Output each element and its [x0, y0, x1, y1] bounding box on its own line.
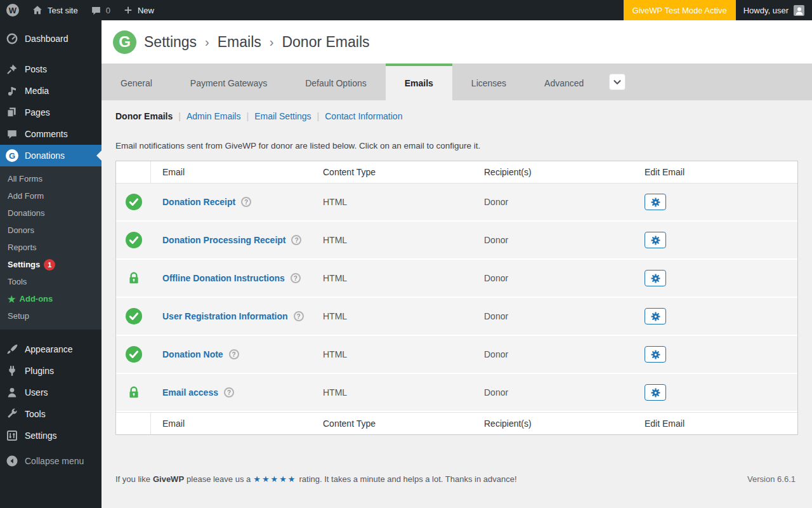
- table-row: Donation Note ? HTML Donor: [116, 336, 797, 374]
- tab-payment-gateways[interactable]: Payment Gateways: [171, 64, 286, 100]
- sidebar-item-label: Donations: [25, 150, 65, 161]
- recipients-value: Donor: [473, 197, 633, 207]
- footer-text-prefix: If you like: [115, 474, 150, 484]
- submenu-item-donors[interactable]: Donors: [0, 222, 102, 239]
- pages-icon: [6, 106, 18, 119]
- more-tabs-button[interactable]: [609, 74, 625, 90]
- paintbrush-icon: [6, 343, 18, 356]
- sidebar-item-settings[interactable]: Settings: [0, 425, 102, 446]
- edit-email-button[interactable]: [645, 308, 666, 324]
- edit-email-button[interactable]: [645, 346, 666, 363]
- table-row: User Registration Information ? HTML Don…: [116, 298, 797, 336]
- comment-bubble-icon: [91, 5, 102, 16]
- help-icon[interactable]: ?: [291, 273, 301, 283]
- sidebar-item-media[interactable]: Media: [0, 80, 102, 102]
- plus-icon: [123, 5, 133, 15]
- tab-emails[interactable]: Emails: [386, 64, 452, 100]
- submenu-label: Donors: [8, 225, 34, 235]
- tab-default-options[interactable]: Default Options: [286, 64, 386, 100]
- header-status-column: [116, 161, 151, 183]
- subnav-admin-emails[interactable]: Admin Emails: [187, 111, 241, 121]
- comments-shortcut[interactable]: 0: [84, 0, 117, 20]
- submenu-item-add-form[interactable]: Add Form: [0, 187, 102, 204]
- user-icon: [6, 386, 18, 399]
- email-config-link[interactable]: Offline Donation Instructions: [162, 273, 285, 283]
- five-star-rating-link[interactable]: ★★★★★: [253, 474, 296, 484]
- help-icon[interactable]: ?: [229, 349, 239, 359]
- subnav-contact-information[interactable]: Contact Information: [325, 111, 402, 121]
- edit-email-button[interactable]: [645, 232, 666, 248]
- help-icon[interactable]: ?: [294, 311, 304, 321]
- enabled-status-icon: [126, 346, 142, 363]
- footer-email: Email: [151, 418, 311, 429]
- edit-email-button[interactable]: [645, 194, 666, 210]
- sidebar-item-pages[interactable]: Pages: [0, 102, 102, 123]
- sidebar-item-tools[interactable]: Tools: [0, 403, 102, 425]
- help-icon[interactable]: ?: [241, 197, 251, 207]
- submenu-label: Setup: [8, 311, 29, 321]
- sidebar-item-posts[interactable]: Posts: [0, 58, 102, 80]
- admin-bar: W Test site 0 New GiveWP Test Mode Activ…: [0, 0, 812, 20]
- sidebar-item-label: Tools: [25, 409, 46, 419]
- email-config-link[interactable]: Email access: [162, 387, 218, 398]
- content-type-value: HTML: [311, 273, 473, 283]
- sidebar-item-appearance[interactable]: Appearance: [0, 338, 102, 360]
- submenu-item-setup[interactable]: Setup: [0, 307, 102, 324]
- tab-general[interactable]: General: [102, 64, 171, 100]
- site-name-label: Test site: [48, 6, 78, 15]
- sidebar-item-users[interactable]: Users: [0, 382, 102, 403]
- sidebar-item-label: Settings: [25, 431, 57, 441]
- recipients-value: Donor: [473, 349, 633, 359]
- media-note-icon: [6, 84, 18, 97]
- help-icon[interactable]: ?: [224, 387, 234, 398]
- wordpress-menu-button[interactable]: W: [0, 0, 25, 20]
- help-icon[interactable]: ?: [291, 235, 301, 245]
- sidebar-item-donations[interactable]: G Donations: [0, 145, 102, 166]
- sidebar-item-label: Users: [25, 387, 48, 398]
- pushpin-icon: [6, 63, 18, 76]
- subnav-email-settings[interactable]: Email Settings: [254, 111, 311, 121]
- donor-emails-table: Email Content Type Recipient(s) Edit Ema…: [115, 161, 798, 435]
- version-label: Version 6.6.1: [747, 474, 796, 484]
- sidebar-item-label: Pages: [25, 107, 50, 117]
- breadcrumb-donor-emails: Donor Emails: [282, 34, 369, 51]
- submenu-label: Tools: [8, 277, 27, 286]
- locked-status-icon: [127, 271, 141, 285]
- chevron-separator-icon: ›: [270, 35, 274, 50]
- email-config-link[interactable]: Donation Receipt: [162, 197, 235, 207]
- sidebar-item-plugins[interactable]: Plugins: [0, 360, 102, 382]
- account-menu[interactable]: Howdy, user: [736, 0, 812, 20]
- submenu-label: Settings: [8, 260, 40, 269]
- menu-separator: [0, 330, 102, 338]
- chevron-down-icon: [612, 76, 623, 88]
- edit-email-button[interactable]: [645, 270, 666, 286]
- sidebar-item-dashboard[interactable]: Dashboard: [0, 28, 102, 50]
- edit-email-button[interactable]: [645, 384, 666, 401]
- givewp-header: G Settings › Emails › Donor Emails: [102, 20, 812, 64]
- submenu-item-donations[interactable]: Donations: [0, 204, 102, 222]
- tab-licenses[interactable]: Licenses: [452, 64, 525, 100]
- star-icon: ★: [8, 294, 16, 304]
- new-content-button[interactable]: New: [117, 0, 160, 20]
- site-name-link[interactable]: Test site: [25, 0, 84, 20]
- enabled-status-icon: [126, 308, 142, 324]
- submenu-item-settings[interactable]: Settings 1: [0, 256, 102, 273]
- submenu-item-tools[interactable]: Tools: [0, 273, 102, 290]
- submenu-item-reports[interactable]: Reports: [0, 239, 102, 256]
- locked-status-icon: [127, 385, 141, 399]
- submenu-item-add-ons[interactable]: ★ Add-ons: [0, 290, 102, 307]
- footer-status-column: [116, 413, 151, 434]
- breadcrumb: Settings › Emails › Donor Emails: [144, 34, 370, 51]
- email-config-link[interactable]: Donation Processing Receipt: [162, 235, 285, 245]
- email-config-link[interactable]: User Registration Information: [162, 311, 288, 321]
- wrench-icon: [6, 408, 18, 420]
- collapse-menu-button[interactable]: Collapse menu: [0, 450, 102, 472]
- submenu-item-all-forms[interactable]: All Forms: [0, 170, 102, 187]
- subnav-donor-emails[interactable]: Donor Emails: [115, 111, 173, 121]
- email-config-link[interactable]: Donation Note: [162, 349, 223, 359]
- tab-advanced[interactable]: Advanced: [525, 64, 603, 100]
- sidebar-item-label: Media: [25, 86, 49, 96]
- submenu-label: Add Form: [8, 191, 44, 201]
- sidebar-item-comments[interactable]: Comments: [0, 123, 102, 145]
- give-test-mode-badge[interactable]: GiveWP Test Mode Active: [624, 0, 736, 20]
